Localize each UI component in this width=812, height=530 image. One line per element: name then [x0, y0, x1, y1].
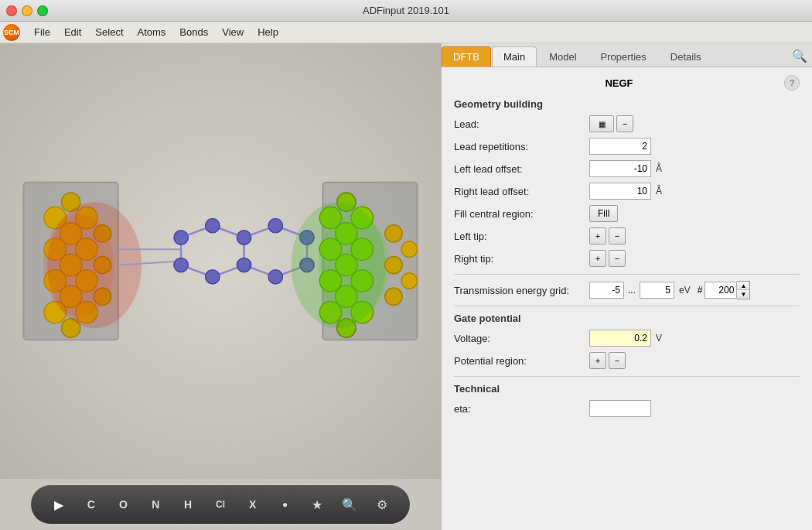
lead-controls: ▦ − [589, 115, 800, 132]
chlorine-icon[interactable]: Cl [210, 494, 231, 515]
svg-point-61 [401, 241, 417, 257]
tab-main[interactable]: Main [492, 46, 537, 67]
svg-point-59 [385, 256, 402, 273]
carbon-icon[interactable]: C [80, 494, 102, 515]
svg-point-60 [385, 288, 402, 305]
lead-repetitions-input[interactable] [589, 138, 651, 155]
help-button[interactable]: ? [784, 75, 800, 91]
tab-dftb[interactable]: DFTB [442, 46, 491, 67]
transmission-hash: # [698, 285, 703, 296]
eta-input[interactable] [589, 400, 651, 417]
transmission-min-input[interactable] [589, 282, 624, 299]
search-icon[interactable]: 🔍 [792, 49, 807, 63]
menu-atoms[interactable]: Atoms [131, 25, 172, 39]
menu-view[interactable]: View [216, 25, 250, 39]
left-tip-controls: + − [589, 227, 800, 244]
svg-point-19 [43, 214, 114, 316]
menu-file[interactable]: File [28, 25, 56, 39]
eta-label: eta: [454, 403, 589, 415]
voltage-input[interactable] [589, 330, 651, 347]
left-tip-row: Left tip: + − [454, 227, 800, 245]
atom-icon[interactable]: ● [275, 494, 296, 515]
tab-details[interactable]: Details [659, 46, 713, 67]
right-lead-offset-controls: Å [589, 183, 800, 200]
transmission-label: Transmission energy grid: [454, 285, 589, 296]
maximize-button[interactable] [37, 5, 48, 16]
lead-row: Lead: ▦ − [454, 115, 800, 133]
eta-row: eta: [454, 399, 800, 418]
left-tip-add-button[interactable]: + [589, 227, 606, 244]
divider-3 [454, 376, 800, 377]
menu-edit[interactable]: Edit [58, 25, 87, 39]
star-icon[interactable]: ★ [306, 494, 328, 515]
potential-region-add-button[interactable]: + [589, 352, 606, 369]
right-lead-offset-input[interactable] [589, 183, 651, 200]
gate-potential-label: Gate potential [454, 313, 800, 324]
fill-central-region-label: Fill central region: [454, 208, 589, 220]
panel-content: NEGF ? Geometry building Lead: ▦ − Lead … [442, 67, 812, 530]
left-lead-offset-label: Left lead offset: [454, 163, 589, 175]
menu-bonds[interactable]: Bonds [173, 25, 214, 39]
transmission-max-input[interactable] [640, 282, 674, 299]
svg-point-37 [206, 270, 220, 284]
scm-icon: SCM [3, 24, 20, 41]
tab-model[interactable]: Model [537, 46, 588, 67]
tab-bar: DFTB Main Model Properties Details 🔍 [442, 43, 812, 67]
lead-label: Lead: [454, 118, 589, 130]
cursor-icon[interactable]: ▶ [48, 494, 70, 515]
window-controls[interactable] [6, 5, 48, 16]
main-layout: ▶ C O N H Cl X ● ★ 🔍 ⚙ DFTB Main Model P… [0, 43, 812, 530]
3d-view[interactable] [0, 43, 441, 479]
menu-help[interactable]: Help [251, 25, 285, 39]
voltage-controls: V [589, 330, 800, 347]
element-x-icon[interactable]: X [242, 494, 264, 515]
fill-central-region-controls: Fill [589, 205, 800, 222]
svg-point-57 [319, 214, 390, 316]
svg-point-39 [268, 219, 282, 233]
voltage-unit: V [656, 333, 662, 344]
svg-point-35 [237, 231, 251, 244]
lead-minus-button[interactable]: − [616, 115, 633, 132]
right-tip-add-button[interactable]: + [589, 250, 606, 267]
transmission-count-input[interactable] [705, 282, 737, 299]
molecule-visualization [0, 43, 441, 479]
potential-region-controls: + − [589, 352, 800, 369]
close-button[interactable] [6, 5, 17, 16]
spin-up-button[interactable]: ▲ [737, 282, 749, 290]
right-lead-offset-row: Right lead offset: Å [454, 182, 800, 200]
divider-1 [454, 274, 800, 275]
spinbox-buttons: ▲ ▼ [737, 281, 750, 299]
transmission-unit: eV [679, 285, 691, 296]
lead-repetitions-controls [589, 138, 800, 155]
menu-select[interactable]: Select [89, 25, 129, 39]
nitrogen-icon[interactable]: N [145, 494, 166, 515]
right-tip-minus-button[interactable]: − [609, 250, 626, 267]
transmission-dots: ... [628, 285, 636, 296]
titlebar: ADFinput 2019.101 [0, 0, 812, 22]
spin-down-button[interactable]: ▼ [737, 290, 749, 299]
search-icon[interactable]: 🔍 [339, 494, 360, 515]
eta-controls [589, 400, 800, 417]
voltage-row: Voltage: V [454, 329, 800, 347]
viewport: ▶ C O N H Cl X ● ★ 🔍 ⚙ [0, 43, 441, 530]
menubar: SCM File Edit Select Atoms Bonds View He… [0, 22, 812, 43]
left-tip-label: Left tip: [454, 231, 589, 242]
left-lead-offset-input[interactable] [589, 160, 651, 177]
minimize-button[interactable] [22, 5, 32, 16]
tab-properties[interactable]: Properties [589, 46, 658, 67]
settings-icon[interactable]: ⚙ [371, 494, 393, 515]
left-tip-minus-button[interactable]: − [609, 227, 626, 244]
svg-point-33 [174, 231, 188, 244]
lead-repetitions-row: Lead repetitions: [454, 137, 800, 156]
voltage-label: Voltage: [454, 333, 589, 344]
lead-select-button[interactable]: ▦ [589, 115, 614, 132]
technical-label: Technical [454, 383, 800, 395]
right-tip-label: Right tip: [454, 253, 589, 265]
transmission-row: Transmission energy grid: ... eV # ▲ ▼ [454, 281, 800, 299]
fill-button[interactable]: Fill [589, 205, 618, 222]
oxygen-icon[interactable]: O [113, 494, 135, 515]
potential-region-minus-button[interactable]: − [609, 352, 626, 369]
transmission-count-spinbox: ▲ ▼ [705, 281, 750, 299]
hydrogen-icon[interactable]: H [177, 494, 199, 515]
right-tip-row: Right tip: + − [454, 249, 800, 268]
